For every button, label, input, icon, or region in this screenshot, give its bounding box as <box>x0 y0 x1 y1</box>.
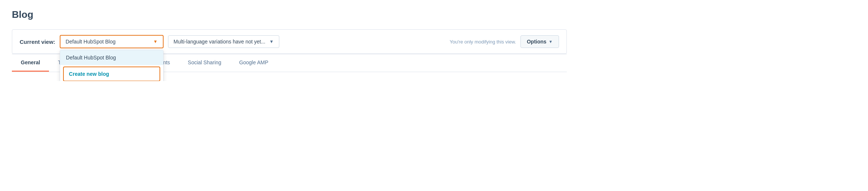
modifying-view-text: You're only modifying this view. <box>450 39 516 45</box>
dropdown-item-default[interactable]: Default HubSpot Blog <box>60 50 163 65</box>
tab-google-amp[interactable]: Google AMP <box>230 54 277 72</box>
tab-social-sharing[interactable]: Social Sharing <box>179 54 230 72</box>
blog-select-button[interactable]: Default HubSpot Blog ▼ <box>60 35 164 48</box>
language-select-button[interactable]: Multi-language variations have not yet..… <box>168 35 279 48</box>
blog-dropdown-menu: Default HubSpot Blog Create new blog Imp… <box>60 50 164 81</box>
dropdown-item-create-new[interactable]: Create new blog <box>63 67 160 81</box>
options-button[interactable]: Options ▼ <box>520 35 559 48</box>
options-chevron-icon: ▼ <box>549 39 553 44</box>
current-view-bar: Current view: Default HubSpot Blog ▼ Def… <box>12 29 567 54</box>
options-button-label: Options <box>527 39 546 45</box>
blog-select-chevron-icon: ▼ <box>153 39 158 44</box>
tab-general[interactable]: General <box>12 54 49 72</box>
blog-select-value: Default HubSpot Blog <box>66 39 116 45</box>
blog-select-wrapper: Default HubSpot Blog ▼ Default HubSpot B… <box>60 35 164 48</box>
page-title: Blog <box>12 9 567 20</box>
lang-select-chevron-icon: ▼ <box>269 39 274 44</box>
current-view-label: Current view: <box>20 39 55 45</box>
language-select-value: Multi-language variations have not yet..… <box>174 39 265 45</box>
